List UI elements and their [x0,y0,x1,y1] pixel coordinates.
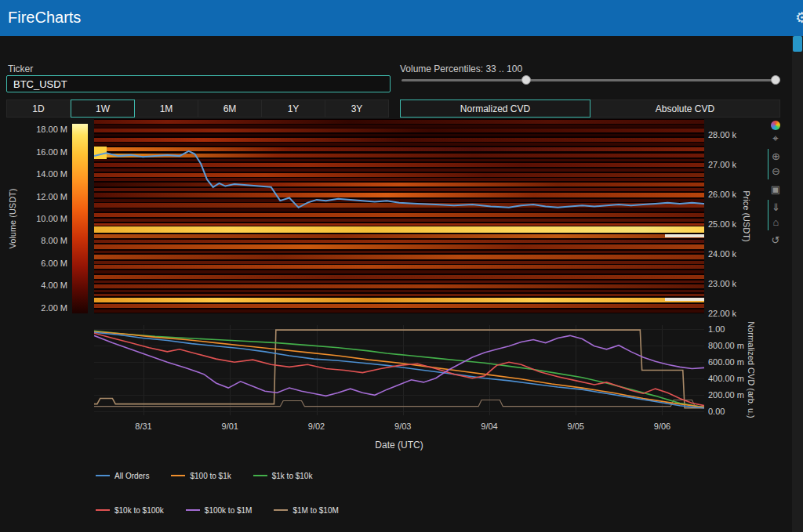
legend-swatch [186,509,200,511]
volume-tick: 6.00 M [41,259,67,268]
ticker-label: Ticker [8,63,33,74]
price-line [94,119,704,313]
plotly-logo-icon[interactable] [771,121,780,130]
cvd-mode-buttons: Normalized CVDAbsolute CVD [400,100,780,118]
timeframe-1m[interactable]: 1M [135,100,198,118]
legend-swatch [274,509,288,511]
reset-axes-icon[interactable]: ↺ [769,234,782,247]
cvd-mode-absolute-cvd[interactable]: Absolute CVD [590,100,780,118]
legend-swatch [253,475,267,476]
date-tick: 9/01 [222,422,238,431]
date-axis-label: Date (UTC) [375,440,423,451]
cvd-line-chart[interactable] [94,325,704,415]
modebar-group: ▣ [768,182,783,197]
timeframe-1w[interactable]: 1W [71,100,135,118]
legend-swatch [171,475,185,476]
price-tick: 23.00 k [708,279,736,288]
legend-item-10k-to-100k[interactable]: $10k to $100k [96,506,164,515]
ticker-input[interactable] [6,75,391,92]
legend-swatch [96,509,110,511]
cvd-tick: 0.00 [708,407,725,416]
app-header: FireCharts ⚙ [0,0,803,36]
firecharts-app: FireCharts ⚙ Ticker Volume Percentiles: … [0,0,803,532]
legend-item-all-orders[interactable]: All Orders [96,472,149,480]
cvd-mode-normalized-cvd[interactable]: Normalized CVD [400,100,590,118]
legend-label: $1M to $10M [292,506,338,515]
timeframe-3y[interactable]: 3Y [325,100,389,118]
page-scrollbar[interactable] [792,36,803,532]
modebar-group: ⌖ [768,119,783,147]
home-icon[interactable]: ⌂ [770,216,783,229]
legend-item-1m-to-10m[interactable]: $1M to $10M [274,506,338,515]
volume-tick: 4.00 M [41,280,67,290]
slider-handle-low[interactable] [521,75,531,85]
volume-colorbar [72,124,88,313]
timeframe-1y[interactable]: 1Y [262,100,325,118]
date-tick: 9/06 [654,422,670,431]
legend-item-1k-to-10k[interactable]: $1k to $10k [253,472,313,480]
pan-icon[interactable]: ⌖ [769,132,782,145]
modebar-group: ⇓⌂ [768,200,783,230]
price-tick: 28.00 k [708,130,736,139]
series-baseline-pulses [94,400,704,406]
price-tick: 26.00 k [708,190,736,199]
series-1m-to-10m [94,330,704,408]
volume-heatmap[interactable] [94,119,704,313]
volume-tick: 18.00 M [36,125,67,134]
cvd-axis-label: Normalized CVD (arb. u.) [747,321,756,418]
volume-percentiles-slider[interactable] [402,73,780,87]
volume-tick: 2.00 M [41,303,67,313]
box-select-icon[interactable]: ▣ [769,183,782,196]
cvd-tick: 200.00 m [708,390,744,400]
legend-label: $100 to $1k [190,472,231,480]
legend-label: $100k to $1M [205,506,253,515]
legend-label: $1k to $10k [272,472,313,480]
cvd-tick: 600.00 m [708,357,744,367]
price-tick: 22.00 k [708,309,736,318]
volume-tick: 12.00 M [36,192,67,201]
date-tick: 8/31 [135,422,151,431]
modebar-group: ⊕⊖ [768,149,783,179]
slider-track[interactable] [402,79,780,81]
price-axis-label: Price (USDT) [742,190,751,241]
legend-item-100-to-1k[interactable]: $100 to $1k [171,472,231,480]
timeframe-6m[interactable]: 6M [198,100,262,118]
legend-swatch [96,475,110,476]
cvd-tick: 800.00 m [708,341,744,350]
zoom-out-icon[interactable]: ⊖ [770,165,783,178]
date-tick: 9/04 [481,422,497,431]
date-tick: 9/02 [308,422,325,431]
modebar-group: ↺ [768,233,783,248]
date-axis-ticks: 8/319/019/029/039/049/059/06 [94,422,704,432]
app-title[interactable]: FireCharts [8,9,81,27]
volume-colorbar-ticks: 18.00 M16.00 M14.00 M12.00 M10.00 M8.00 … [22,124,67,313]
date-tick: 9/03 [394,422,411,431]
series-all-orders [94,332,704,408]
volume-tick: 14.00 M [36,169,67,179]
chart-legend: All Orders$100 to $1k$1k to $10k$10k to … [96,470,339,532]
volume-tick: 16.00 M [36,147,67,157]
download-icon[interactable]: ⇓ [770,201,783,214]
cvd-series-lines [94,325,704,415]
legend-label: $10k to $100k [114,506,164,515]
legend-item-100k-to-1m[interactable]: $100k to $1M [186,506,253,515]
timeframe-1d[interactable]: 1D [6,100,71,118]
gear-icon[interactable]: ⚙ [795,9,803,27]
timeframe-buttons: 1D1W1M6M1Y3Y [6,100,389,118]
plotly-modebar: ⌖⊕⊖▣⇓⌂↺ [768,119,783,248]
slider-handle-high[interactable] [771,75,780,85]
cvd-tick: 1.00 [708,324,725,334]
price-tick: 25.00 k [708,219,736,229]
zoom-in-icon[interactable]: ⊕ [770,150,783,163]
volume-tick: 8.00 M [41,236,67,245]
date-tick: 9/05 [568,422,584,431]
scrollbar-thumb[interactable] [793,36,802,52]
volume-tick: 10.00 M [36,214,67,223]
cvd-tick: 400.00 m [708,374,744,383]
volume-axis-label: Volume (USDT) [8,188,17,248]
price-tick: 27.00 k [708,160,736,169]
legend-label: All Orders [114,472,149,480]
price-tick: 24.00 k [708,249,736,259]
